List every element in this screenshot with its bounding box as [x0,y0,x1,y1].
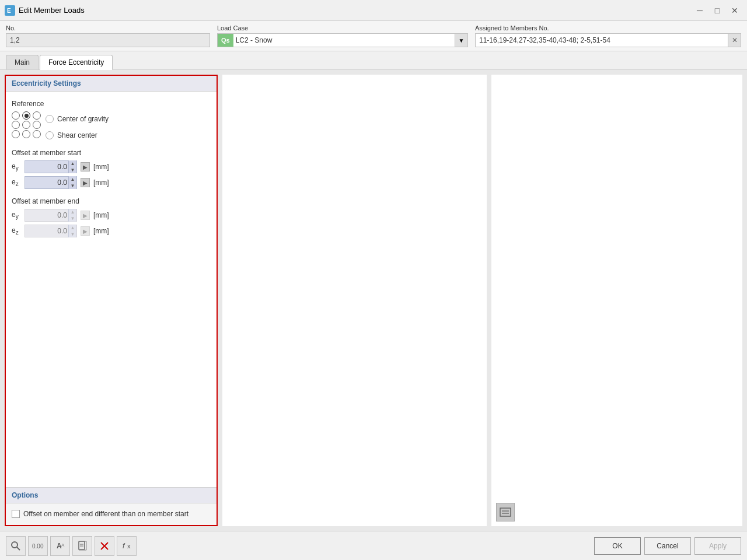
svg-rect-3 [502,510,509,512]
header-row: No. 1,2 Load Case Qs LC2 - Snow ▼ Assign… [0,21,747,51]
svg-text:0.00: 0.00 [32,543,44,550]
load-case-label: Load Case [217,24,468,32]
offset-start-section: Offset at member start ey 0.0 ▲ ▼ ▶ [mm]… [12,149,211,189]
ez-end-arrow: ▶ [81,226,90,236]
offset-end-label: Offset at member end [12,197,211,205]
radio-3-3[interactable] [33,130,41,138]
shear-center-option[interactable]: Shear center [46,129,109,142]
assigned-label: Assigned to Members No. [475,24,741,32]
reference-section: Reference [12,100,211,142]
assigned-clear-button[interactable]: ✕ [728,34,741,47]
main-content: Eccentricity Settings Reference [0,70,747,531]
ey-end-input: 0.0 ▲ ▼ [25,209,77,222]
ey-end-up: ▲ [69,209,76,215]
clear-icon: ✕ [732,36,738,44]
ez-start-row: ez 0.0 ▲ ▼ ▶ [mm] [12,176,211,189]
radio-1-3[interactable] [33,111,41,120]
lc-badge: Qs [218,34,233,47]
tab-main[interactable]: Main [6,55,39,69]
toolbar-left: 0.00 A A f x [6,536,137,556]
ez-end-label: ez [12,226,21,236]
cancel-button[interactable]: Cancel [644,537,691,555]
radio-labels-col: Center of gravity Shear center [46,111,109,142]
checkbox-row: Offset on member end different than on m… [12,509,211,519]
center-of-gravity-option[interactable]: Center of gravity [46,113,109,125]
close-button[interactable]: ✕ [727,4,742,18]
svg-text:x: x [127,542,131,550]
ey-start-input[interactable]: 0.0 ▲ ▼ [25,160,77,173]
right-panel-action-icon[interactable] [496,503,515,522]
ey-end-down: ▼ [69,215,76,222]
ey-start-up[interactable]: ▲ [69,160,76,167]
no-value: 1,2 [6,33,210,47]
right-panel-footer [496,503,515,522]
ey-end-row: ey 0.0 ▲ ▼ ▶ [mm] [12,209,211,222]
window-title: Edit Member Loads [19,6,692,15]
radio-2-2[interactable] [22,121,30,129]
radio-3-2[interactable] [22,130,30,138]
radio-2-3[interactable] [33,121,41,129]
apply-button[interactable]: Apply [694,537,741,555]
ey-start-arrow[interactable]: ▶ [81,162,90,172]
ey-end-value: 0.0 [25,211,68,219]
center-gravity-radio[interactable] [46,115,54,123]
radio-3-1[interactable] [12,130,20,138]
load-case-dropdown-arrow[interactable]: ▼ [455,34,467,47]
ey-start-spinners[interactable]: ▲ ▼ [68,160,76,173]
ez-start-spinners[interactable]: ▲ ▼ [68,176,76,189]
toolbar-btn-function[interactable]: f x [117,536,137,556]
radio-1-1[interactable] [12,111,20,120]
radio-row-1 [12,111,41,120]
svg-rect-4 [502,513,509,514]
toolbar-btn-decimal[interactable]: 0.00 [28,536,48,556]
ez-end-input: 0.0 ▲ ▼ [25,225,77,237]
svg-text:f: f [123,542,125,550]
ey-start-row: ey 0.0 ▲ ▼ ▶ [mm] [12,160,211,173]
checkbox-label: Offset on member end different than on m… [23,509,189,519]
ey-start-value: 0.0 [25,163,68,171]
ey-end-spinners: ▲ ▼ [68,209,76,222]
ez-start-arrow[interactable]: ▶ [81,178,90,187]
toolbar-btn-delete[interactable] [95,536,114,556]
radio-1-2[interactable] [22,111,30,120]
minimize-button[interactable]: ─ [692,4,707,18]
radio-row-3 [12,130,41,138]
ey-start-label: ey [12,162,21,172]
middle-panel [222,75,487,526]
title-bar: E Edit Member Loads ─ □ ✕ [0,0,747,21]
svg-line-6 [17,547,20,550]
ey-start-unit: [mm] [93,163,109,171]
eccentricity-settings-header: Eccentricity Settings [6,76,217,92]
ez-start-value: 0.0 [25,178,68,187]
window-controls: ─ □ ✕ [692,4,742,18]
assigned-field: Assigned to Members No. 11-16,19-24,27-3… [475,24,741,47]
shear-center-radio[interactable] [46,131,54,139]
right-panel [491,75,742,526]
ez-end-row: ez 0.0 ▲ ▼ ▶ [mm] [12,225,211,237]
reference-label: Reference [12,100,211,108]
assigned-text: 11-16,19-24,27-32,35-40,43-48; 2-5,51-54 [476,35,728,46]
toolbar-btn-doc[interactable] [72,536,92,556]
ey-start-down[interactable]: ▼ [69,167,76,173]
toolbar-btn-text[interactable]: A A [50,536,70,556]
offset-different-checkbox[interactable] [12,510,20,518]
load-case-field: Load Case Qs LC2 - Snow ▼ [217,24,468,47]
radio-2-1[interactable] [12,121,20,129]
ez-end-unit: [mm] [93,227,109,235]
ez-start-input[interactable]: 0.0 ▲ ▼ [25,176,77,189]
load-case-inner[interactable]: Qs LC2 - Snow ▼ [217,33,468,47]
ez-end-up: ▲ [69,225,76,231]
toolbar-btn-search[interactable] [6,536,26,556]
ey-end-arrow: ▶ [81,211,90,220]
left-panel: Eccentricity Settings Reference [5,75,218,526]
ez-end-down: ▼ [69,231,76,237]
tab-force-eccentricity[interactable]: Force Eccentricity [40,55,113,70]
ez-start-up[interactable]: ▲ [69,176,76,183]
maximize-button[interactable]: □ [710,4,725,18]
ez-start-down[interactable]: ▼ [69,183,76,189]
ey-end-unit: [mm] [93,211,109,219]
ok-button[interactable]: OK [594,537,641,555]
options-section: Options Offset on member end different t… [6,487,217,525]
bottom-toolbar: 0.00 A A f x [0,531,747,560]
assigned-inner: 11-16,19-24,27-32,35-40,43-48; 2-5,51-54… [475,33,741,47]
